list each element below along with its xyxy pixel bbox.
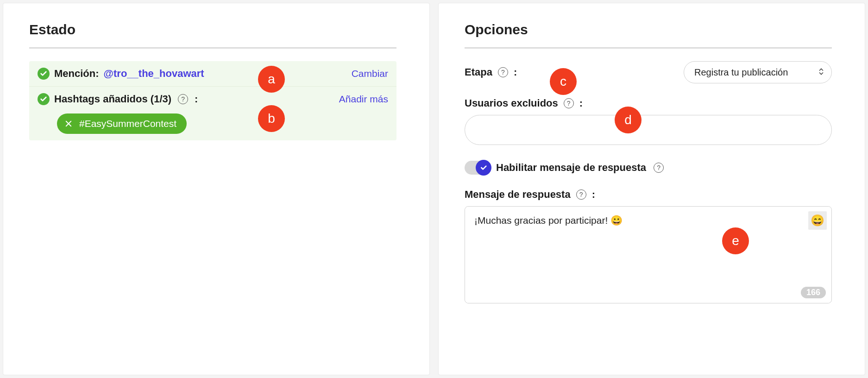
annotation-c: c — [550, 68, 577, 95]
help-icon[interactable]: ? — [498, 67, 508, 77]
options-title: Opciones — [465, 22, 832, 38]
excluded-users-input[interactable] — [465, 115, 832, 145]
mention-row: Mención: @tro__the_hovawart Cambiar — [29, 61, 396, 86]
stage-row: Etapa ? : Registra tu publicación — [465, 61, 832, 83]
reply-message-textarea[interactable] — [465, 207, 831, 303]
help-icon[interactable]: ? — [564, 98, 574, 108]
hashtags-label: Hashtags añadidos (1/3) — [54, 93, 171, 105]
help-icon[interactable]: ? — [178, 94, 188, 104]
add-more-link[interactable]: Añadir más — [339, 94, 388, 105]
reply-toggle-row: Habilitar mensaje de respuesta ? — [465, 161, 832, 175]
toggle-knob — [476, 160, 491, 176]
reply-message-box: 😄 166 — [465, 206, 832, 303]
annotation-e: e — [722, 227, 749, 254]
emoji-picker-button[interactable]: 😄 — [808, 211, 827, 230]
mention-label: Mención: — [54, 68, 99, 80]
hashtag-text: #EasySummerContest — [79, 118, 176, 129]
mention-value[interactable]: @tro__the_hovawart — [104, 68, 204, 80]
remove-hashtag-icon[interactable] — [64, 120, 73, 128]
reply-colon: : — [592, 189, 595, 201]
reply-label-row: Mensaje de respuesta ? : — [465, 189, 832, 201]
hashtag-pill: #EasySummerContest — [57, 113, 187, 134]
reply-toggle-label: Habilitar mensaje de respuesta — [496, 162, 646, 174]
hashtags-row: Hashtags añadidos (1/3) ? : Añadir más #… — [29, 86, 396, 140]
status-box: Mención: @tro__the_hovawart Cambiar Hash… — [29, 61, 396, 140]
check-icon — [38, 93, 50, 105]
status-panel: Estado Mención: @tro__the_hovawart Cambi… — [3, 3, 422, 154]
laugh-icon: 😄 — [811, 214, 824, 227]
hashtags-colon: : — [195, 93, 198, 105]
divider — [465, 48, 832, 48]
annotation-a: a — [258, 66, 285, 93]
reply-label: Mensaje de respuesta — [465, 189, 571, 201]
excluded-colon: : — [579, 97, 583, 109]
reply-enable-toggle[interactable] — [465, 161, 491, 175]
help-icon[interactable]: ? — [576, 189, 586, 200]
hashtag-pill-list: #EasySummerContest — [38, 110, 388, 134]
help-icon[interactable]: ? — [654, 163, 664, 173]
stage-label: Etapa — [465, 66, 492, 78]
check-icon — [38, 68, 50, 80]
stage-select[interactable]: Registra tu publicación — [684, 61, 832, 83]
options-panel: Opciones Etapa ? : Registra tu publicaci… — [439, 3, 858, 317]
divider — [29, 48, 396, 48]
stage-colon: : — [514, 66, 517, 78]
annotation-b: b — [258, 105, 285, 132]
stage-select-wrap: Registra tu publicación — [684, 61, 832, 83]
status-title: Estado — [29, 22, 396, 38]
change-link[interactable]: Cambiar — [352, 68, 388, 79]
excluded-label-row: Usuarios excluidos ? : — [465, 97, 832, 109]
excluded-label: Usuarios excluidos — [465, 97, 558, 109]
annotation-d: d — [615, 107, 642, 133]
char-count-badge: 166 — [801, 287, 826, 298]
